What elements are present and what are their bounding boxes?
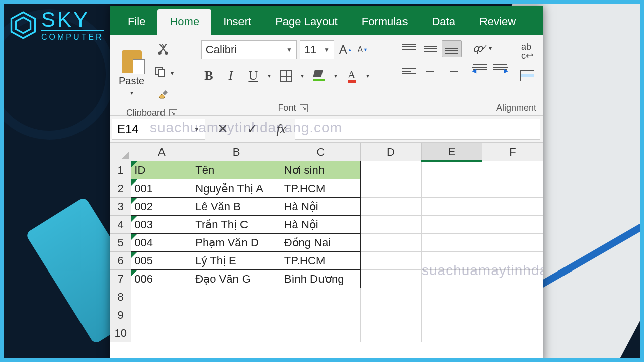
cell[interactable] [482, 234, 543, 252]
fill-color-dropdown-caret[interactable]: ▾ [334, 72, 337, 79]
row-header[interactable]: 10 [110, 324, 131, 342]
cell[interactable]: TP.HCM [281, 179, 360, 198]
borders-button[interactable] [278, 68, 294, 84]
tab-home[interactable]: Home [157, 9, 211, 35]
cell[interactable] [421, 252, 482, 270]
cell[interactable]: Tên [192, 161, 281, 179]
row-header[interactable]: 5 [110, 234, 131, 252]
underline-button[interactable]: U [246, 66, 261, 85]
select-all-corner[interactable] [110, 143, 131, 161]
cell[interactable] [131, 324, 192, 342]
fill-color-button[interactable] [311, 68, 327, 83]
cell[interactable]: Bình Dương [281, 270, 360, 288]
cell[interactable] [421, 324, 482, 342]
col-header-E[interactable]: E [421, 143, 482, 161]
cell[interactable] [361, 161, 422, 179]
decrease-font-size-button[interactable]: A▼ [355, 41, 370, 59]
col-header-D[interactable]: D [361, 143, 422, 161]
cell[interactable] [482, 216, 543, 234]
cell[interactable]: Lê Văn B [192, 198, 281, 216]
row-header[interactable]: 1 [110, 161, 131, 179]
cell[interactable] [421, 234, 482, 252]
worksheet[interactable]: A B C D E F 1 ID Tên Nơi sinh [110, 143, 543, 358]
cell[interactable] [281, 306, 360, 324]
cell[interactable]: Nơi sinh [281, 161, 360, 179]
tab-insert[interactable]: Insert [211, 9, 263, 35]
font-size-combo[interactable]: 11 ▼ [300, 40, 334, 59]
cell[interactable] [361, 324, 422, 342]
wrap-text-button[interactable]: abc↩ [518, 40, 536, 62]
cell[interactable] [361, 216, 422, 234]
cell[interactable] [421, 198, 482, 216]
cell[interactable]: Lý Thị E [192, 252, 281, 270]
increase-indent-button[interactable]: ▶ [491, 62, 509, 77]
tab-data[interactable]: Data [420, 9, 467, 35]
copy-dropdown-caret[interactable]: ▾ [171, 70, 174, 77]
copy-button[interactable] [152, 64, 169, 82]
name-box[interactable]: E14 ▼ [112, 119, 205, 140]
cell[interactable] [482, 161, 543, 179]
cell[interactable]: Trần Thị C [192, 216, 281, 234]
cell[interactable] [421, 306, 482, 324]
tab-formulas[interactable]: Formulas [350, 9, 420, 35]
format-painter-button[interactable] [155, 87, 171, 106]
cell[interactable]: 006 [131, 270, 192, 288]
cell[interactable] [482, 198, 543, 216]
cell[interactable] [281, 324, 360, 342]
tab-file[interactable]: File [116, 9, 157, 35]
underline-dropdown-caret[interactable]: ▾ [268, 72, 271, 79]
cell[interactable] [421, 288, 482, 306]
cell[interactable] [482, 179, 543, 198]
row-header[interactable]: 2 [110, 179, 131, 198]
align-top-button[interactable] [399, 41, 419, 57]
row-header[interactable]: 7 [110, 270, 131, 288]
enter-formula-button[interactable]: ✓ [245, 119, 260, 139]
cancel-formula-button[interactable]: ✕ [215, 119, 230, 139]
orientation-button[interactable]: ȹ⁄ [471, 40, 487, 56]
tab-review[interactable]: Review [467, 9, 528, 35]
cell[interactable] [482, 270, 543, 288]
cell[interactable] [361, 270, 422, 288]
orientation-dropdown-caret[interactable]: ▾ [489, 45, 492, 52]
align-middle-button[interactable] [421, 41, 440, 57]
cell[interactable]: Hà Nội [281, 216, 360, 234]
col-header-A[interactable]: A [131, 143, 192, 161]
cell[interactable]: 005 [131, 252, 192, 270]
cell[interactable]: Đạo Văn G [192, 270, 281, 288]
cell[interactable] [482, 252, 543, 270]
paste-dropdown-caret[interactable]: ▾ [130, 89, 133, 96]
align-bottom-button[interactable] [442, 40, 462, 57]
cell[interactable]: 003 [131, 216, 192, 234]
cell[interactable] [192, 288, 281, 306]
cell[interactable] [361, 179, 422, 198]
cell[interactable] [131, 288, 192, 306]
cell[interactable] [361, 198, 422, 216]
cell[interactable] [361, 306, 422, 324]
cell[interactable] [421, 161, 482, 179]
decrease-indent-button[interactable]: ◀ [471, 62, 489, 77]
cell[interactable] [421, 179, 482, 198]
cut-button[interactable] [154, 40, 172, 59]
font-color-dropdown-caret[interactable]: ▾ [366, 72, 369, 79]
merge-center-button[interactable] [518, 68, 536, 83]
cell[interactable]: Phạm Văn D [192, 234, 281, 252]
borders-dropdown-caret[interactable]: ▾ [301, 72, 304, 79]
cell[interactable] [421, 216, 482, 234]
font-launcher[interactable] [300, 104, 308, 112]
align-right-button[interactable] [442, 63, 461, 79]
cell[interactable] [281, 288, 360, 306]
paste-button[interactable]: Paste ▾ [117, 40, 146, 106]
formula-input[interactable] [295, 119, 540, 140]
tab-page-layout[interactable]: Page Layout [263, 9, 350, 35]
cell[interactable]: Hà Nội [281, 198, 360, 216]
cell[interactable]: TP.HCM [281, 252, 360, 270]
cell[interactable] [192, 324, 281, 342]
font-color-button[interactable]: A [344, 67, 359, 85]
row-header[interactable]: 9 [110, 306, 131, 324]
cell[interactable]: 004 [131, 234, 192, 252]
cell[interactable] [361, 252, 422, 270]
cell[interactable] [361, 234, 422, 252]
align-left-button[interactable] [399, 63, 419, 79]
col-header-B[interactable]: B [192, 143, 281, 161]
cell[interactable]: Nguyễn Thị A [192, 179, 281, 198]
